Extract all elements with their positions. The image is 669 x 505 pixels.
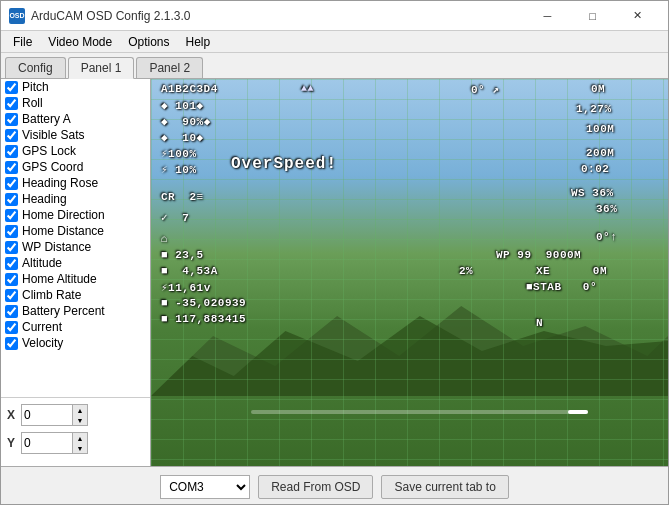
checklist-item-label: Pitch	[22, 80, 49, 94]
checklist-checkbox[interactable]	[5, 129, 18, 142]
x-spin-up[interactable]: ▲	[73, 405, 87, 415]
list-item[interactable]: Current	[1, 319, 150, 335]
checklist-item-label: Visible Sats	[22, 128, 84, 142]
checklist-item-label: Velocity	[22, 336, 63, 350]
y-row: Y ▲ ▼	[7, 432, 144, 454]
minimize-button[interactable]: ─	[525, 1, 570, 31]
osd-preview: A1B2C3D4 ◆ 101◆ ◆ 90%◆ ◆ 10◆ ⚡100% ⚡ 10%…	[151, 79, 668, 466]
checklist-checkbox[interactable]	[5, 97, 18, 110]
checklist-item-label: Altitude	[22, 256, 62, 270]
x-input[interactable]	[22, 405, 72, 425]
tab-config[interactable]: Config	[5, 57, 66, 78]
menu-video-mode[interactable]: Video Mode	[40, 33, 120, 51]
list-item[interactable]: Battery Percent	[1, 303, 150, 319]
tabs-row: Config Panel 1 Panel 2	[1, 53, 668, 79]
menu-options[interactable]: Options	[120, 33, 177, 51]
left-panel: PitchRollBattery AVisible SatsGPS LockGP…	[1, 79, 151, 466]
checklist-checkbox[interactable]	[5, 113, 18, 126]
menu-help[interactable]: Help	[178, 33, 219, 51]
checklist-checkbox[interactable]	[5, 81, 18, 94]
checklist-item-label: GPS Coord	[22, 160, 83, 174]
bottom-bar: COM3 COM1 COM2 COM4 Read From OSD Save c…	[1, 466, 668, 505]
checklist-item-label: WP Distance	[22, 240, 91, 254]
title-bar-buttons: ─ □ ✕	[525, 1, 660, 31]
checklist-checkbox[interactable]	[5, 337, 18, 350]
list-item[interactable]: GPS Coord	[1, 159, 150, 175]
checklist-checkbox[interactable]	[5, 145, 18, 158]
checklist-checkbox[interactable]	[5, 161, 18, 174]
osd-scroll-thumb	[568, 410, 588, 414]
checklist-item-label: GPS Lock	[22, 144, 76, 158]
osd-scroll	[251, 410, 588, 414]
tab-panel1[interactable]: Panel 1	[68, 57, 135, 79]
x-spinner: ▲ ▼	[72, 405, 87, 425]
y-spinner: ▲ ▼	[72, 433, 87, 453]
checklist-item-label: Home Direction	[22, 208, 105, 222]
y-input[interactable]	[22, 433, 72, 453]
y-spin-up[interactable]: ▲	[73, 433, 87, 443]
checklist-checkbox[interactable]	[5, 321, 18, 334]
y-input-wrap: ▲ ▼	[21, 432, 88, 454]
save-tab-button[interactable]: Save current tab to	[381, 475, 508, 499]
read-from-osd-button[interactable]: Read From OSD	[258, 475, 373, 499]
list-item[interactable]: Altitude	[1, 255, 150, 271]
y-label: Y	[7, 436, 21, 450]
com-port-select[interactable]: COM3 COM1 COM2 COM4	[160, 475, 250, 499]
checklist-item-label: Climb Rate	[22, 288, 81, 302]
checklist-checkbox[interactable]	[5, 177, 18, 190]
maximize-button[interactable]: □	[570, 1, 615, 31]
checklist-scroll[interactable]: PitchRollBattery AVisible SatsGPS LockGP…	[1, 79, 150, 397]
checklist-item-label: Battery Percent	[22, 304, 105, 318]
title-bar-text: ArduCAM OSD Config 2.1.3.0	[31, 9, 525, 23]
list-item[interactable]: GPS Lock	[1, 143, 150, 159]
list-item[interactable]: Pitch	[1, 79, 150, 95]
list-item[interactable]: Roll	[1, 95, 150, 111]
checklist-item-label: Home Distance	[22, 224, 104, 238]
list-item[interactable]: Home Distance	[1, 223, 150, 239]
xy-section: X ▲ ▼ Y ▲ ▼	[1, 397, 150, 466]
checklist-item-label: Battery A	[22, 112, 71, 126]
menu-bar: File Video Mode Options Help	[1, 31, 668, 53]
osd-grid	[151, 79, 668, 466]
checklist-item-label: Heading Rose	[22, 176, 98, 190]
checklist-checkbox[interactable]	[5, 257, 18, 270]
list-item[interactable]: Climb Rate	[1, 287, 150, 303]
x-input-wrap: ▲ ▼	[21, 404, 88, 426]
x-label: X	[7, 408, 21, 422]
app-icon: OSD	[9, 8, 25, 24]
checklist-checkbox[interactable]	[5, 273, 18, 286]
close-button[interactable]: ✕	[615, 1, 660, 31]
checklist-checkbox[interactable]	[5, 305, 18, 318]
x-row: X ▲ ▼	[7, 404, 144, 426]
y-spin-down[interactable]: ▼	[73, 443, 87, 453]
list-item[interactable]: Home Direction	[1, 207, 150, 223]
list-item[interactable]: WP Distance	[1, 239, 150, 255]
title-bar: OSD ArduCAM OSD Config 2.1.3.0 ─ □ ✕	[1, 1, 668, 31]
checklist-item-label: Roll	[22, 96, 43, 110]
checklist-item-label: Heading	[22, 192, 67, 206]
checklist-item-label: Current	[22, 320, 62, 334]
list-item[interactable]: Battery A	[1, 111, 150, 127]
checklist-checkbox[interactable]	[5, 241, 18, 254]
checklist-checkbox[interactable]	[5, 289, 18, 302]
x-spin-down[interactable]: ▼	[73, 415, 87, 425]
list-item[interactable]: Heading	[1, 191, 150, 207]
checklist-checkbox[interactable]	[5, 225, 18, 238]
tab-panel2[interactable]: Panel 2	[136, 57, 203, 78]
list-item[interactable]: Heading Rose	[1, 175, 150, 191]
main-content: PitchRollBattery AVisible SatsGPS LockGP…	[1, 79, 668, 466]
menu-file[interactable]: File	[5, 33, 40, 51]
checklist-item-label: Home Altitude	[22, 272, 97, 286]
list-item[interactable]: Velocity	[1, 335, 150, 351]
list-item[interactable]: Visible Sats	[1, 127, 150, 143]
list-item[interactable]: Home Altitude	[1, 271, 150, 287]
checklist-checkbox[interactable]	[5, 193, 18, 206]
checklist-checkbox[interactable]	[5, 209, 18, 222]
